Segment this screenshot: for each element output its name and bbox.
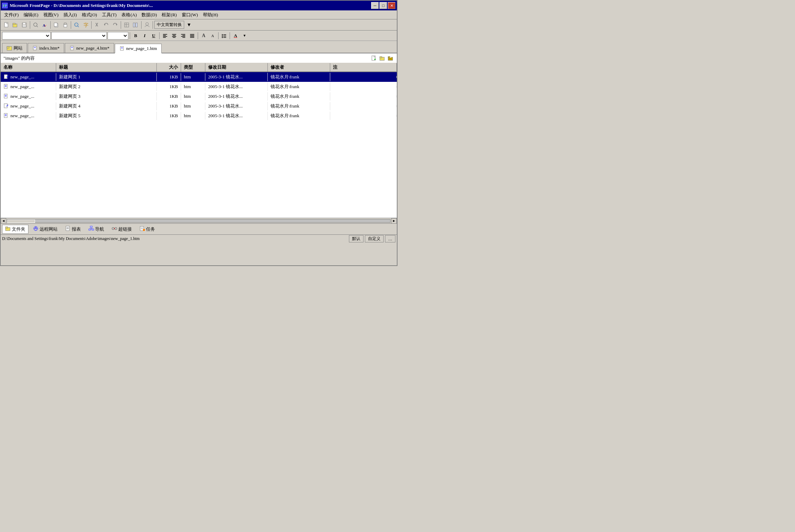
custom-button[interactable]: 自定义 [365,235,384,242]
table-row[interactable]: new_page_... 新建网页 5 1KB htm 2005-3-1 镜花水… [1,111,397,121]
bottom-tab-report[interactable]: 报表 [62,225,84,234]
col-header-author[interactable]: 修改者 [268,63,330,71]
svg-rect-26 [136,23,137,27]
content-area: "images" 的内容 名称 标题 大小 类型 修改日期 修改者 注 [1,53,397,223]
svg-rect-2 [13,23,15,25]
table-row[interactable]: new_page_... 新建网页 3 1KB htm 2005-3-1 镜花水… [1,92,397,101]
col-header-type[interactable]: 类型 [181,63,205,71]
copy-button[interactable] [52,21,60,29]
list-button[interactable] [220,32,228,40]
menu-data[interactable]: 数据(D) [139,11,159,19]
cell-author: 镜花水月\frank [268,92,330,101]
tab-website[interactable]: 网站 [2,43,27,53]
default-button[interactable]: 默认 [349,235,364,242]
svg-point-108 [143,229,145,231]
font-size-decrease-button[interactable]: A [208,32,217,40]
tab-new-page-4[interactable]: new_page_4.htm* [65,43,114,53]
col-header-name[interactable]: 名称 [1,63,56,71]
style-select[interactable] [2,32,51,40]
col-header-title[interactable]: 标题 [56,63,157,71]
toolbar-separator-7 [153,21,153,29]
bottom-tab-folder[interactable]: 文件夹 [2,225,28,234]
new-button[interactable] [2,21,10,29]
columns-button[interactable] [131,21,140,29]
insert-table-button[interactable] [122,21,131,29]
col-header-size[interactable]: 大小 [157,63,181,71]
dropdown-arrow-btn[interactable]: ▼ [185,21,193,29]
redo-button[interactable] [111,21,119,29]
index-tab-icon [32,45,38,51]
spell-button[interactable]: A✓ [41,21,49,29]
zoom-button[interactable]: + [72,21,81,29]
menu-frame[interactable]: 框架(R) [160,11,179,19]
scroll-right-button[interactable]: ► [391,218,397,224]
table-row[interactable]: new_page_... 新建网页 2 1KB htm 2005-3-1 镜花水… [1,82,397,92]
align-right-button[interactable] [179,32,187,40]
cell-size: 1KB [157,112,181,120]
cell-author: 镜花水月\frank [268,112,330,120]
bottom-tab-links[interactable]: 超链接 [109,225,135,234]
cell-name: new_page_... [1,112,56,120]
scroll-track[interactable] [7,219,391,223]
chinese-convert-button[interactable]: 中文简繁转换 [154,21,184,29]
font-select[interactable] [51,32,107,40]
align-left-button[interactable] [161,32,169,40]
align-justify-button[interactable] [188,32,196,40]
close-button[interactable]: ✕ [388,2,395,9]
font-size-increase-button[interactable]: A [199,32,208,40]
menu-tools[interactable]: 工具(T) [100,11,119,19]
menu-help[interactable]: 帮助(H) [201,11,220,19]
menu-window[interactable]: 窗口(W) [180,11,200,19]
italic-button[interactable]: I [140,32,149,40]
status-extra-button[interactable]: … [385,235,395,242]
size-select[interactable] [108,32,128,40]
new-page-1-tab-icon [119,46,125,51]
scroll-thumb[interactable] [7,220,35,223]
open-button[interactable] [11,21,19,29]
new-folder-icon[interactable] [379,55,386,62]
underline-button[interactable]: U [149,32,158,40]
svg-rect-95 [90,226,92,228]
col-header-note[interactable]: 注 [330,63,397,71]
bottom-tab-nav[interactable]: 导航 [85,225,107,234]
bottom-tab-task[interactable]: 任务 [136,225,158,234]
align-center-button[interactable] [170,32,178,40]
fmt-dropdown-btn[interactable]: ▼ [240,32,249,40]
tab-website-label: 网站 [14,45,23,51]
bottom-tab-folder-label: 文件夹 [12,226,25,232]
menu-table[interactable]: 表格(A) [119,11,139,19]
minimize-button[interactable]: ─ [371,2,379,9]
font-color-button[interactable]: A [231,32,240,40]
table-row[interactable]: new_page_... 新建网页 1 1KB htm 2005-3-1 镜花水… [1,72,397,82]
undo-button[interactable] [102,21,110,29]
svg-point-101 [112,228,114,230]
table-row[interactable]: new_page_... 新建网页 4 1KB htm 2005-3-1 镜花水… [1,101,397,111]
svg-point-27 [146,23,148,25]
menu-edit[interactable]: 编辑(E) [22,11,41,19]
scroll-left-button[interactable]: ◄ [1,218,6,224]
menu-view[interactable]: 视图(V) [41,11,61,19]
find-button[interactable] [32,21,40,29]
maximize-button[interactable]: □ [379,2,387,9]
cell-note [330,105,397,107]
preview-button[interactable]: 字 [82,21,90,29]
col-header-date[interactable]: 修改日期 [205,63,268,71]
menu-file[interactable]: 文件(F) [2,11,21,19]
tab-index[interactable]: index.htm* [28,43,64,53]
new-file-icon[interactable] [370,55,377,62]
cut-button[interactable] [93,21,101,29]
cell-size: 1KB [157,102,181,110]
tab-new-page-1[interactable]: new_page_1.htm [115,44,162,53]
save-button[interactable] [20,21,28,29]
up-folder-icon[interactable] [387,55,394,62]
paste-button[interactable] [61,21,69,29]
bold-button[interactable]: B [131,32,140,40]
fmt-separator-3 [198,32,198,39]
bottom-tab-task-label: 任务 [146,226,155,232]
menu-insert[interactable]: 插入(I) [61,11,79,19]
bottom-tab-remote[interactable]: 远程网站 [30,225,61,234]
user-button[interactable] [143,21,151,29]
menu-format[interactable]: 格式(O) [80,11,99,19]
new-page-4-tab-icon [69,45,75,51]
svg-point-45 [222,35,223,36]
